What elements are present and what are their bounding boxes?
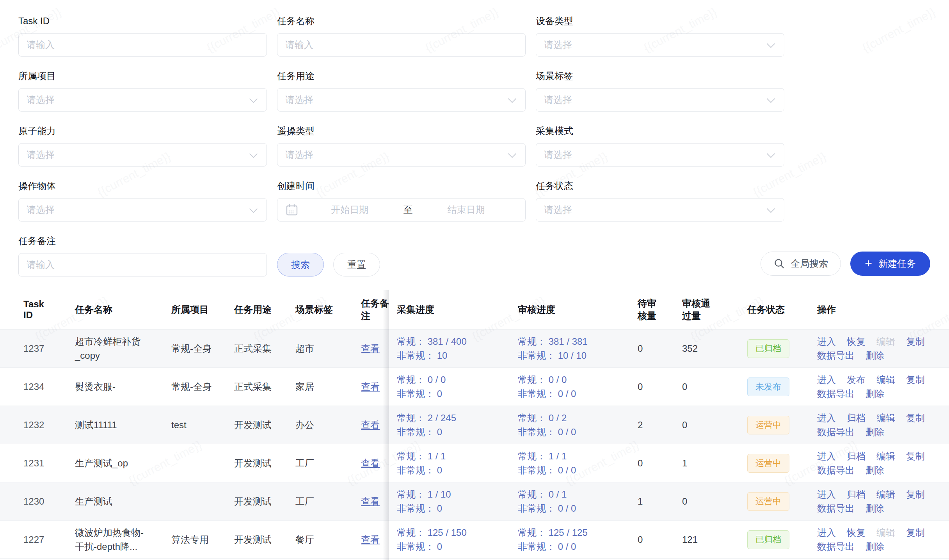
action-link[interactable]: 数据导出 — [817, 463, 855, 477]
search-button[interactable]: 搜索 — [277, 253, 324, 276]
action-link[interactable]: 进入 — [817, 487, 836, 502]
task-status-select[interactable]: 请选择 — [536, 198, 784, 222]
cell-task-id: 1227 — [0, 521, 67, 559]
action-link[interactable]: 复制 — [906, 526, 925, 540]
action-link[interactable]: 复制 — [906, 335, 925, 349]
create-task-button[interactable]: + 新建任务 — [850, 252, 930, 276]
status-badge: 未发布 — [747, 377, 789, 396]
status-badge: 运营中 — [747, 416, 789, 434]
cell-project: 算法专用 — [163, 521, 226, 559]
header-purpose: 任务用途 — [226, 290, 288, 330]
cell-task-name: 生产测试 — [67, 482, 163, 521]
action-link[interactable]: 编辑 — [876, 449, 895, 463]
action-link[interactable]: 编辑 — [876, 373, 895, 387]
toolbar-right: 全局搜索 + 新建任务 — [761, 252, 930, 276]
cell-task-id: 1237 — [0, 330, 67, 368]
header-task-remark: 任务备注 — [353, 290, 389, 330]
date-range-separator: 至 — [401, 204, 415, 216]
cell-task-remark: 查看 — [353, 521, 389, 559]
create-time-range-picker[interactable]: 开始日期 至 结束日期 — [277, 198, 526, 222]
header-task-status: 任务状态 — [739, 290, 809, 330]
action-link[interactable]: 复制 — [906, 449, 925, 463]
action-link[interactable]: 恢复 — [847, 335, 865, 349]
cell-actions: 进入发布编辑复制数据导出删除 — [809, 368, 949, 406]
filter-buttons: 搜索 重置 — [277, 236, 526, 276]
action-link[interactable]: 进入 — [817, 449, 836, 463]
action-link[interactable]: 删除 — [865, 425, 884, 439]
cell-project: 常规-全身 — [163, 368, 226, 406]
action-link[interactable]: 进入 — [817, 335, 836, 349]
cell-review-passed: 1 — [674, 444, 739, 482]
action-link[interactable]: 复制 — [906, 487, 925, 502]
view-remark-link[interactable]: 查看 — [361, 343, 380, 354]
action-link[interactable]: 删除 — [865, 387, 884, 401]
start-date-placeholder[interactable]: 开始日期 — [299, 204, 401, 216]
header-review-passed: 审核通 过量 — [674, 290, 739, 330]
cell-task-name: 熨烫衣服- — [67, 368, 163, 406]
action-link[interactable]: 数据导出 — [817, 387, 855, 401]
action-link[interactable]: 删除 — [865, 502, 884, 516]
project-select[interactable]: 请选择 — [18, 88, 267, 112]
atomic-ability-select[interactable]: 请选择 — [18, 143, 267, 167]
filter-task-status: 任务状态 请选择 — [536, 181, 784, 222]
view-remark-link[interactable]: 查看 — [361, 534, 380, 545]
action-link[interactable]: 删除 — [865, 540, 884, 554]
action-link[interactable]: 数据导出 — [817, 425, 855, 439]
filter-task-id-label: Task ID — [18, 16, 267, 26]
cell-collect-progress: 常规： 1 / 1非常规： 0 — [389, 444, 510, 482]
action-link[interactable]: 数据导出 — [817, 540, 855, 554]
action-link[interactable]: 发布 — [847, 373, 865, 387]
view-remark-link[interactable]: 查看 — [361, 381, 380, 392]
cell-pending-review: 0 — [624, 521, 674, 559]
action-link[interactable]: 删除 — [865, 463, 884, 477]
global-search-button[interactable]: 全局搜索 — [761, 252, 841, 276]
cell-purpose: 开发测试 — [226, 482, 288, 521]
cell-project — [163, 482, 226, 521]
operate-object-select[interactable]: 请选择 — [18, 198, 267, 222]
task-name-input[interactable] — [277, 33, 526, 57]
cell-task-status: 未发布 — [739, 368, 809, 406]
action-link[interactable]: 进入 — [817, 526, 836, 540]
view-remark-link[interactable]: 查看 — [361, 458, 380, 468]
action-link[interactable]: 归档 — [847, 449, 865, 463]
scene-tag-select[interactable]: 请选择 — [536, 88, 784, 112]
device-type-select[interactable]: 请选择 — [536, 33, 784, 57]
reset-button[interactable]: 重置 — [333, 253, 380, 276]
action-link[interactable]: 进入 — [817, 373, 836, 387]
view-remark-link[interactable]: 查看 — [361, 420, 380, 430]
action-link[interactable]: 归档 — [847, 487, 865, 502]
cell-scene-tag: 超市 — [288, 330, 353, 368]
action-link[interactable]: 数据导出 — [817, 349, 855, 363]
cell-task-name: 微波炉加热食物-干扰-depth降... — [67, 521, 163, 559]
status-badge: 运营中 — [747, 492, 789, 511]
cell-pending-review: 0 — [624, 330, 674, 368]
cell-project — [163, 444, 226, 482]
chevron-down-icon — [767, 94, 775, 103]
action-link[interactable]: 恢复 — [847, 526, 865, 540]
action-link[interactable]: 编辑 — [876, 411, 895, 425]
filter-device-type-label: 设备类型 — [536, 16, 784, 26]
cell-scene-tag: 办公 — [288, 406, 353, 444]
action-link[interactable]: 复制 — [906, 373, 925, 387]
header-collect-progress: 采集进度 — [389, 290, 510, 330]
cell-review-passed: 352 — [674, 330, 739, 368]
calendar-icon — [285, 203, 299, 216]
task-remark-input[interactable] — [18, 253, 267, 276]
cell-task-status: 运营中 — [739, 406, 809, 444]
collect-mode-select[interactable]: 请选择 — [536, 143, 784, 167]
cell-review-progress: 常规： 0 / 2非常规： 0 / 0 — [510, 406, 624, 444]
end-date-placeholder[interactable]: 结束日期 — [415, 204, 518, 216]
teleop-type-select[interactable]: 请选择 — [277, 143, 526, 167]
action-link[interactable]: 删除 — [865, 349, 884, 363]
action-link[interactable]: 复制 — [906, 411, 925, 425]
action-link[interactable]: 编辑 — [876, 487, 895, 502]
cell-actions: 进入恢复编辑复制数据导出删除 — [809, 330, 949, 368]
purpose-select[interactable]: 请选择 — [277, 88, 526, 112]
action-link[interactable]: 归档 — [847, 411, 865, 425]
view-remark-link[interactable]: 查看 — [361, 496, 380, 507]
action-link[interactable]: 数据导出 — [817, 502, 855, 516]
task-id-input[interactable] — [18, 33, 267, 57]
filter-task-status-label: 任务状态 — [536, 181, 784, 191]
cell-collect-progress: 常规： 125 / 150非常规： 0 — [389, 521, 510, 559]
action-link[interactable]: 进入 — [817, 411, 836, 425]
